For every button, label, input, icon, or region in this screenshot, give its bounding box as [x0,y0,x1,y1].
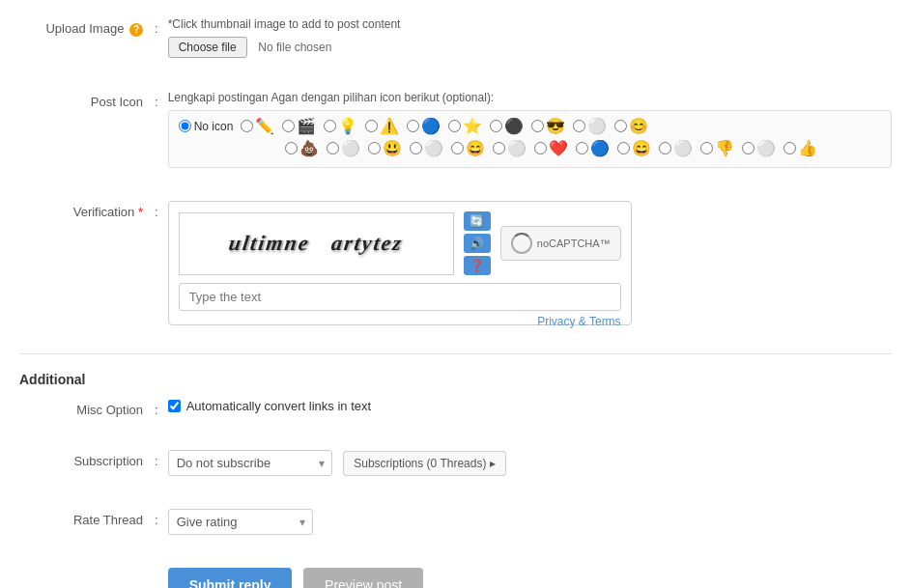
blue-dot-icon: 🔵 [421,117,441,135]
thumbsdown-icon: 👎 [715,139,734,157]
heart-icon: ❤️ [549,139,568,157]
post-icon-label: Post Icon [19,91,155,109]
misc-option-checkbox-label[interactable]: Automatically convert links in text [168,399,892,413]
laugh-icon: 😄 [632,139,651,157]
icon-blue2[interactable]: 🔵 [576,139,610,157]
dot-icon: ⚫ [504,117,524,135]
grin-icon: 😃 [383,139,402,157]
icon-dot4[interactable]: ⚪ [410,139,443,157]
misc-option-label: Misc Option [19,399,155,417]
verification-label-text: Verification [73,205,135,219]
post-icon-row: Post Icon : Lengkapi postingan Agan deng… [19,83,892,176]
captcha-image: ultimne artytez [179,212,454,275]
icon-smiley[interactable]: 😊 [614,117,648,135]
captcha-area: ultimne artytez 🔄 🔊 ❓ noCAPTCHA™ [179,211,621,275]
verification-label: Verification * [19,201,155,219]
warning-icon: ⚠️ [380,117,399,135]
poop-icon: 💩 [299,139,319,157]
rate-thread-select[interactable]: Give rating 1 - Terrible 2 - Bad 3 - Ave… [168,509,313,535]
icon-table: No icon ✏️ 🎬 💡 [168,110,892,168]
captcha-input[interactable] [179,283,621,311]
captcha-audio-button[interactable]: 🔊 [464,234,491,253]
rate-thread-content: Give rating 1 - Terrible 2 - Bad 3 - Ave… [168,509,892,535]
thumbsup-icon: 👍 [798,139,817,157]
subscription-link-text: Subscriptions (0 Threads) [354,457,486,470]
upload-label-text: Upload Image [45,21,124,36]
verification-row: Verification * : ultimne artytez 🔄 🔊 ❓ [19,193,892,336]
upload-image-row: Upload Image ? : *Click thumbnail image … [19,10,892,66]
submit-reply-button[interactable]: Submit reply [168,568,293,588]
icon-dot3[interactable]: ⚪ [327,139,360,157]
rate-thread-row: Rate Thread : Give rating 1 - Terrible 2… [19,501,892,543]
icon-clapper[interactable]: 🎬 [282,117,316,135]
icon-pencil[interactable]: ✏️ [241,117,274,135]
section-divider [19,353,892,354]
bulb-icon: 💡 [338,117,357,135]
no-icon-option[interactable]: No icon [179,120,234,133]
icon-dot7[interactable]: ⚪ [742,139,776,157]
misc-option-row: Misc Option : Automatically convert link… [19,391,892,425]
dot6-icon: ⚪ [673,139,693,157]
captcha-controls: 🔄 🔊 ❓ [464,211,491,275]
captcha-refresh-button[interactable]: 🔄 [464,211,491,231]
no-file-text: No file chosen [258,41,331,54]
captcha-text: ultimne artytez [227,231,405,256]
misc-option-checkbox[interactable] [168,400,181,412]
upload-image-content: *Click thumbnail image to add to post co… [168,17,892,58]
captcha-help-button[interactable]: ❓ [464,256,491,275]
smiley-icon: 😊 [629,117,648,135]
icon-warning[interactable]: ⚠️ [365,117,399,135]
help-icon[interactable]: ? [129,23,143,37]
icon-heart[interactable]: ❤️ [534,139,568,157]
icon-star[interactable]: ⭐ [448,117,482,135]
subscription-select[interactable]: Do not subscribe Subscribe Subscribe (da… [168,450,332,476]
icon-thumbsdown[interactable]: 👎 [700,139,734,157]
subscription-label: Subscription [19,450,155,468]
dot7-icon: ⚪ [756,139,776,157]
grin2-icon: 😄 [466,139,485,157]
icon-thumbsup[interactable]: 👍 [783,139,817,157]
verification-box: ultimne artytez 🔄 🔊 ❓ noCAPTCHA™ Privacy [168,201,632,325]
rate-thread-label: Rate Thread [19,509,155,527]
blue2-icon: 🔵 [590,139,610,157]
no-icon-radio[interactable] [179,120,191,132]
nocaptcha-text: noCAPTCHA™ [537,238,611,249]
captcha-input-row: Privacy & Terms [179,283,621,315]
icon-poop[interactable]: 💩 [285,139,319,157]
choose-file-button[interactable]: Choose file [168,37,247,58]
subscription-select-wrapper: Do not subscribe Subscribe Subscribe (da… [168,450,332,476]
icon-row-1: No icon ✏️ 🎬 💡 [179,117,881,135]
cool-icon: 😎 [546,117,565,135]
no-icon-label: No icon [194,120,234,133]
icon-grin[interactable]: 😃 [368,139,402,157]
upload-hint: *Click thumbnail image to add to post co… [168,17,892,31]
dot3-icon: ⚪ [341,139,360,157]
dot4-icon: ⚪ [424,139,443,157]
star-icon: ⭐ [463,117,482,135]
icon-dot6[interactable]: ⚪ [659,139,693,157]
verification-content: ultimne artytez 🔄 🔊 ❓ noCAPTCHA™ Privacy [168,201,892,328]
post-icon-sublabel: Lengkapi postingan Agan dengan pilihan i… [168,91,892,104]
icon-row-2: 💩 ⚪ 😃 ⚪ 😄 [179,139,881,157]
subscriptions-link[interactable]: Subscriptions (0 Threads) ▸ [343,451,506,476]
subscription-label-text: Subscription [73,454,143,468]
rate-select-wrapper: Give rating 1 - Terrible 2 - Bad 3 - Ave… [168,509,313,535]
button-content: Submit reply Preview post [168,568,892,588]
post-icon-content: Lengkapi postingan Agan dengan pilihan i… [168,91,892,168]
icon-grin2[interactable]: 😄 [451,139,485,157]
preview-post-button[interactable]: Preview post [303,568,423,588]
nocaptcha-logo: noCAPTCHA™ [500,226,621,261]
rate-thread-label-text: Rate Thread [73,513,143,527]
clapper-icon: 🎬 [297,117,316,135]
icon-dot5[interactable]: ⚪ [493,139,527,157]
icon-cool[interactable]: 😎 [531,117,565,135]
form-container: Upload Image ? : *Click thumbnail image … [0,0,911,588]
privacy-terms-link[interactable]: Privacy & Terms [537,315,620,328]
misc-option-content: Automatically convert links in text [168,399,892,413]
misc-option-checkbox-text: Automatically convert links in text [186,399,371,413]
icon-dot2[interactable]: ⚪ [573,117,607,135]
icon-blue[interactable]: 🔵 [407,117,441,135]
icon-bulb[interactable]: 💡 [324,117,357,135]
icon-dot[interactable]: ⚫ [490,117,524,135]
icon-laugh[interactable]: 😄 [617,139,651,157]
